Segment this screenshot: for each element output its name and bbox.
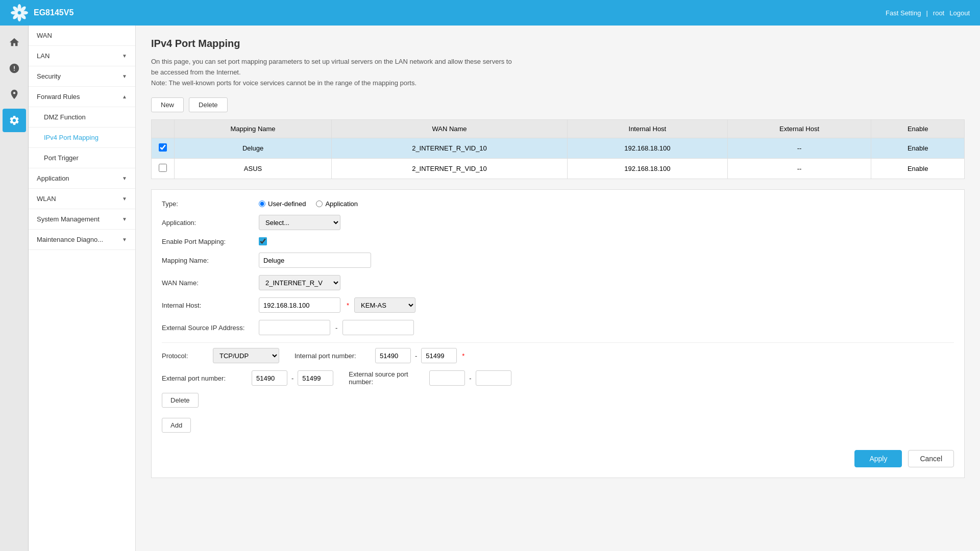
table-cell-external-host: -- — [727, 159, 871, 179]
form-section: Type: User-defined Application Applicati… — [151, 189, 965, 478]
type-label: Type: — [162, 200, 254, 208]
table-header-internal-host: Internal Host — [567, 120, 727, 138]
application-row: Application: Select... — [162, 215, 954, 230]
sidebar-item-application-label: Application — [37, 174, 69, 182]
sidebar-icon-tools[interactable] — [3, 57, 26, 80]
type-application-option[interactable]: Application — [316, 200, 358, 208]
new-button[interactable]: New — [151, 97, 184, 112]
enable-port-mapping-checkbox[interactable] — [259, 237, 267, 245]
logout-link[interactable]: Logout — [949, 9, 970, 17]
external-port-end-input[interactable] — [298, 370, 333, 386]
wan-name-label: WAN Name: — [162, 279, 254, 287]
protocol-group: Protocol: TCP/UDP TCP UDP — [162, 348, 279, 363]
brand-name: EG8145V5 — [34, 8, 74, 17]
sidebar-item-ipv4-port-mapping[interactable]: IPv4 Port Mapping — [29, 128, 135, 148]
external-source-label: External Source IP Address: — [162, 324, 254, 332]
fast-setting-link[interactable]: Fast Setting — [886, 9, 921, 17]
type-user-defined-option[interactable]: User-defined — [259, 200, 306, 208]
add-section: Add — [162, 413, 954, 433]
table-cell-mapping-name: ASUS — [175, 159, 332, 179]
cancel-button[interactable]: Cancel — [908, 450, 954, 467]
application-label: Application: — [162, 219, 254, 227]
wan-name-select[interactable]: 2_INTERNET_R_V — [259, 275, 340, 290]
internal-port-start-input[interactable] — [375, 348, 411, 363]
table-row[interactable]: Deluge 2_INTERNET_R_VID_10 192.168.18.10… — [152, 138, 965, 159]
sidebar-item-security[interactable]: Security ▼ — [29, 66, 135, 87]
sidebar-item-ipv4-label: IPv4 Port Mapping — [44, 134, 99, 141]
external-source-end-input[interactable] — [342, 320, 414, 335]
username-label: root — [933, 9, 944, 17]
sidebar-item-maintenance[interactable]: Maintenance Diagno... ▼ — [29, 230, 135, 250]
sidebar-icon-home[interactable] — [3, 31, 26, 54]
ext-source-port-label: External source port number: — [349, 370, 425, 386]
table-cell-wan-name: 2_INTERNET_R_VID_10 — [332, 138, 568, 159]
sidebar-icon-settings[interactable] — [3, 109, 26, 132]
dash-separator: - — [415, 352, 417, 360]
enable-mapping-row: Enable Port Mapping: — [162, 237, 954, 245]
external-source-start-input[interactable] — [259, 320, 330, 335]
row-checkbox[interactable] — [159, 143, 167, 152]
apply-button[interactable]: Apply — [854, 450, 902, 467]
table-header-checkbox — [152, 120, 175, 138]
add-button[interactable]: Add — [162, 418, 191, 433]
external-source-row: External Source IP Address: - — [162, 320, 954, 335]
desc-line1: On this page, you can set port mapping p… — [151, 58, 512, 65]
table-cell-internal-host: 192.168.18.100 — [567, 138, 727, 159]
sidebar-item-port-trigger-label: Port Trigger — [44, 154, 79, 162]
main-layout: WAN LAN ▼ Security ▼ Forward Rules ▲ DMZ… — [0, 26, 980, 551]
external-port-group: External port number: - — [162, 370, 333, 386]
dash-separator: - — [291, 374, 293, 382]
sidebar-item-wan[interactable]: WAN — [29, 26, 135, 46]
sidebar-item-system-management[interactable]: System Management ▼ — [29, 209, 135, 230]
sidebar-item-wlan[interactable]: WLAN ▼ — [29, 189, 135, 209]
enable-port-mapping-label: Enable Port Mapping: — [162, 238, 254, 245]
table-cell-enable: Enable — [871, 159, 965, 179]
dash-separator: - — [469, 374, 471, 382]
header-nav: Fast Setting | root Logout — [886, 9, 970, 17]
external-port-start-input[interactable] — [252, 370, 287, 386]
type-application-radio[interactable] — [316, 201, 323, 207]
sidebar-item-dmz[interactable]: DMZ Function — [29, 107, 135, 128]
table-cell-checkbox[interactable] — [152, 138, 175, 159]
action-buttons: Apply Cancel — [162, 443, 954, 467]
sidebar-item-wan-label: WAN — [37, 32, 52, 39]
type-application-label: Application — [325, 200, 358, 208]
table-cell-checkbox[interactable] — [152, 159, 175, 179]
kem-select[interactable]: KEM-AS — [354, 297, 415, 313]
table-cell-mapping-name: Deluge — [175, 138, 332, 159]
table-cell-internal-host: 192.168.18.100 — [567, 159, 727, 179]
chevron-down-icon: ▼ — [122, 73, 127, 79]
chevron-down-icon: ▼ — [122, 53, 127, 59]
sidebar-item-port-trigger[interactable]: Port Trigger — [29, 148, 135, 168]
delete-button[interactable]: Delete — [189, 97, 228, 112]
desc-line3: Note: The well-known ports for voice ser… — [151, 79, 416, 87]
sidebar-item-system-label: System Management — [37, 215, 100, 223]
sidebar-item-lan[interactable]: LAN ▼ — [29, 46, 135, 66]
form-divider — [162, 342, 954, 343]
page-title: IPv4 Port Mapping — [151, 38, 965, 49]
type-user-defined-radio[interactable] — [259, 201, 265, 207]
chevron-down-icon: ▼ — [122, 216, 127, 222]
nav-divider: | — [926, 9, 927, 17]
type-user-defined-label: User-defined — [268, 200, 306, 208]
internal-port-end-input[interactable] — [421, 348, 457, 363]
ext-source-port-start-input[interactable] — [429, 370, 465, 386]
sidebar-item-forward-rules[interactable]: Forward Rules ▲ — [29, 87, 135, 107]
row-delete-button[interactable]: Delete — [162, 393, 199, 408]
mapping-name-input[interactable] — [259, 253, 371, 268]
application-select[interactable]: Select... — [259, 215, 340, 230]
sidebar-icon-location[interactable] — [3, 83, 26, 106]
chevron-down-icon: ▼ — [122, 196, 127, 202]
required-star: * — [347, 302, 349, 309]
protocol-select[interactable]: TCP/UDP TCP UDP — [213, 348, 279, 363]
mapping-table: Mapping Name WAN Name Internal Host Exte… — [151, 119, 965, 179]
wan-name-row: WAN Name: 2_INTERNET_R_V — [162, 275, 954, 290]
sidebar-menu: WAN LAN ▼ Security ▼ Forward Rules ▲ DMZ… — [29, 26, 136, 551]
table-row[interactable]: ASUS 2_INTERNET_R_VID_10 192.168.18.100 … — [152, 159, 965, 179]
sidebar-item-security-label: Security — [37, 72, 61, 80]
ext-source-port-end-input[interactable] — [476, 370, 511, 386]
row-checkbox[interactable] — [159, 164, 167, 172]
sidebar-item-application[interactable]: Application ▼ — [29, 168, 135, 189]
chevron-down-icon: ▼ — [122, 176, 127, 181]
internal-host-input[interactable] — [259, 297, 340, 313]
